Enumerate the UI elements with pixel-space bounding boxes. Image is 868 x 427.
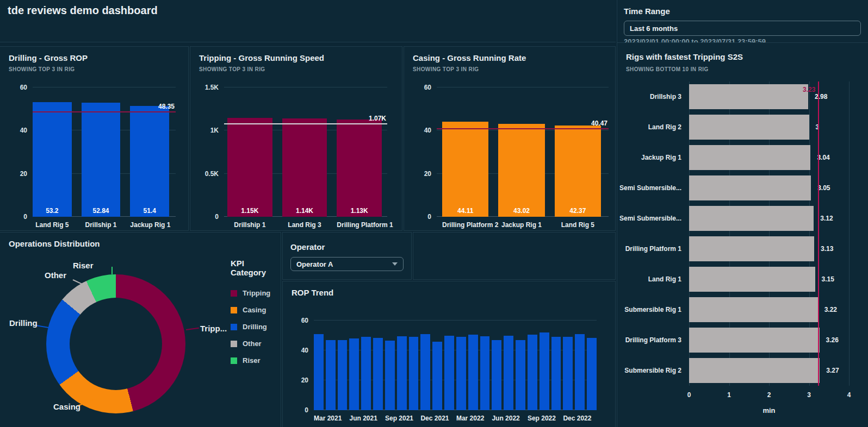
bar-Land Rig 1[interactable]	[689, 267, 815, 292]
bar-value-label: 51.4	[117, 207, 182, 215]
bar-m8[interactable]	[409, 337, 419, 410]
bar-Submersible Rig 1[interactable]	[689, 297, 818, 322]
bar-Jun 2021[interactable]	[349, 338, 359, 410]
bar-m13[interactable]	[468, 335, 478, 410]
legend-label: Drilling	[243, 323, 267, 331]
bar-Jackup Rig 1[interactable]: 43.02	[498, 124, 544, 217]
bar-track: 3.04	[689, 142, 849, 173]
right-column-panel: Time Range 2023/02/01 00:00:00 to 2023/0…	[617, 0, 868, 427]
bar-Dec 2022[interactable]	[563, 337, 573, 410]
bar-Drillship 3[interactable]	[689, 84, 808, 109]
bar-m11[interactable]	[444, 336, 454, 411]
x-axis-label	[540, 415, 549, 422]
rig-category-label: Semi Submersible...	[617, 215, 689, 222]
bar-Drilling Platform 2[interactable]: 44.11	[442, 122, 488, 217]
bar-Drilling Platform 1[interactable]	[689, 236, 814, 261]
bar-Drilling Platform 3[interactable]	[689, 328, 820, 353]
x-axis-tick: 0	[687, 391, 691, 399]
bar-Jackup Rig 1[interactable]	[689, 145, 810, 170]
x-axis-label: Sep 2021	[385, 415, 395, 422]
tripping-bar-chart: 00.5K1K1.5K1.15K1.14K1.13K1.07KDrillship…	[190, 47, 402, 230]
bar-Land Rig 5[interactable]: 53.2	[33, 102, 72, 217]
rig-row-Semi Submersible...: Semi Submersible...3.12	[617, 203, 868, 234]
operator-dropdown[interactable]: Operator A	[290, 257, 404, 271]
bars-group: 1.15K1.14K1.13K	[227, 87, 382, 217]
donut-label-drilling: Drilling	[9, 318, 38, 328]
bar-m19[interactable]	[540, 332, 549, 410]
plot-area: 020406044.1143.0242.3740.47	[437, 87, 609, 217]
legend-item-drilling[interactable]: Drilling	[231, 323, 281, 331]
rig-row-Drillship 3: Drillship 32.98	[617, 81, 868, 112]
plot-area: 020406053.252.8451.448.35	[33, 87, 176, 217]
bar-Land Rig 5[interactable]: 42.37	[555, 125, 601, 217]
bar-m7[interactable]	[397, 336, 407, 410]
empty-panel	[413, 232, 616, 280]
bar-value-label: 42.37	[542, 207, 614, 215]
bars-group: 53.252.8451.4	[33, 87, 169, 217]
bar-m14[interactable]	[480, 336, 490, 410]
bar-Sep 2021[interactable]	[385, 341, 395, 410]
bar-m22[interactable]	[575, 334, 585, 410]
bar-m16[interactable]	[504, 336, 513, 411]
donut-chart[interactable]	[46, 274, 185, 413]
rig-row-Submersible Rig 1: Submersible Rig 13.22	[617, 294, 868, 325]
bar-value-label: 3.27	[826, 367, 839, 374]
bar-value-label: 3.05	[817, 184, 830, 192]
rig-category-label: Jackup Rig 1	[617, 154, 689, 161]
rigs-horizontal-bar-chart: Drillship 32.98Land Rig 23Jackup Rig 13.…	[617, 81, 868, 427]
y-axis-tick: 1K	[210, 127, 219, 134]
donut-label-other: Other	[45, 271, 66, 280]
bar-track: 3.26	[689, 325, 849, 355]
bar-Dec 2021[interactable]	[420, 334, 430, 410]
bar-Jun 2022[interactable]	[492, 340, 501, 410]
bar-Semi Submersible...[interactable]	[689, 175, 811, 200]
bar-m4[interactable]	[361, 337, 371, 410]
bar-m5[interactable]	[373, 338, 383, 410]
y-axis-tick: 20	[301, 376, 308, 384]
bar-Drillship 1[interactable]: 52.84	[82, 103, 121, 217]
legend-item-tripping[interactable]: Tripping	[231, 289, 281, 297]
bar-Submersible Rig 2[interactable]	[689, 358, 820, 383]
bar-Drilling Platform 1[interactable]: 1.13K	[337, 120, 382, 217]
bar-Sep 2022[interactable]	[528, 335, 537, 410]
legend-swatch	[231, 357, 237, 364]
x-axis-label	[361, 415, 371, 422]
rig-row-Land Rig 2: Land Rig 23	[617, 112, 868, 142]
reference-line	[437, 128, 609, 129]
tripping-gross-running-speed-panel: Tripping - Gross Running Speed SHOWING T…	[190, 46, 402, 231]
bar-Mar 2021[interactable]	[314, 334, 324, 410]
x-axis-label: Land Rig 5	[555, 221, 601, 229]
bar-Land Rig 3[interactable]: 1.14K	[282, 118, 327, 217]
bar-value-label: 2.98	[815, 93, 827, 101]
rop-trend-bar-chart: 0204060Mar 2021Jun 2021Sep 2021Dec 2021M…	[283, 281, 615, 427]
bar-m23[interactable]	[587, 338, 597, 410]
bar-m17[interactable]	[516, 340, 525, 410]
bar-Jackup Rig 1[interactable]: 51.4	[130, 106, 169, 217]
reference-line-label: 40.47	[591, 120, 607, 127]
bar-Semi Submersible...[interactable]	[689, 206, 814, 231]
bar-m2[interactable]	[338, 340, 348, 410]
bars-group	[314, 321, 597, 410]
page-title: tde reviews demo dashboard	[8, 4, 158, 17]
x-axis-label: Drilling Platform 2	[442, 221, 488, 229]
x-axis-label	[432, 415, 442, 422]
bar-m20[interactable]	[551, 337, 561, 410]
bar-Land Rig 2[interactable]	[689, 115, 809, 140]
bar-value-label: 3.26	[826, 336, 839, 344]
tripping-leader-line	[186, 328, 199, 330]
bar-m10[interactable]	[432, 342, 442, 411]
bar-track: 3.27	[689, 355, 849, 386]
time-range-label: Time Range	[624, 7, 670, 16]
bar-m1[interactable]	[326, 340, 336, 410]
bar-Drillship 1[interactable]: 1.15K	[227, 118, 272, 217]
bar-Mar 2022[interactable]	[456, 337, 466, 410]
legend-item-casing[interactable]: Casing	[231, 306, 281, 314]
x-axis-label: Mar 2022	[456, 415, 466, 422]
x-axis-label: Jackup Rig 1	[498, 221, 544, 229]
legend-item-riser[interactable]: Riser	[231, 356, 281, 365]
y-axis-tick: 1.5K	[205, 84, 219, 91]
y-axis-tick: 60	[301, 317, 308, 324]
x-axis-label: Drillship 1	[227, 221, 272, 229]
legend-item-other[interactable]: Other	[231, 340, 281, 348]
time-range-input[interactable]	[624, 21, 861, 36]
